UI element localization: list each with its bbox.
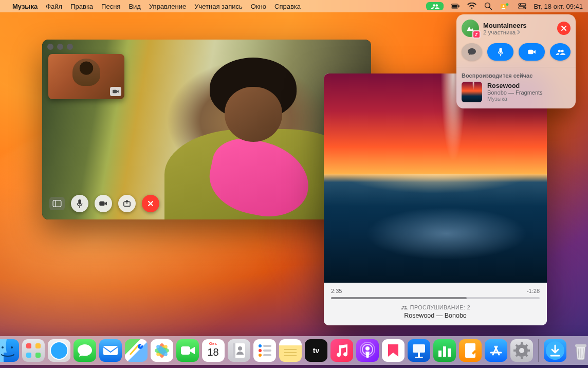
facetime-share-button[interactable] <box>118 195 136 212</box>
traffic-close[interactable] <box>47 44 53 50</box>
svg-line-65 <box>516 345 518 346</box>
dock-notes[interactable] <box>279 339 302 362</box>
dock-photos[interactable] <box>151 339 173 362</box>
svg-point-22 <box>11 346 13 348</box>
battery-icon[interactable] <box>451 2 460 11</box>
chevron-right-icon <box>517 30 520 34</box>
svg-point-41 <box>259 349 262 352</box>
traffic-zoom[interactable] <box>67 44 73 50</box>
svg-rect-1 <box>452 5 457 8</box>
dock-contacts[interactable] <box>228 339 250 362</box>
hud-shareplay-button[interactable] <box>550 43 571 61</box>
now-playing-title: Rosewood <box>487 82 543 89</box>
facetime-self-view[interactable] <box>48 54 124 99</box>
now-playing-item[interactable]: Rosewood Bonobo — Fragments Музыка <box>462 82 571 102</box>
now-playing-track: Rosewood — Bonobo <box>331 312 540 319</box>
facetime-camera-button[interactable] <box>95 195 112 212</box>
window-traffic-lights[interactable] <box>47 44 73 50</box>
svg-rect-24 <box>35 343 41 348</box>
calendar-day: 18 <box>202 346 225 358</box>
menu-view[interactable]: Вид <box>128 3 141 10</box>
svg-point-11 <box>523 7 525 9</box>
menubar: Музыка Файл Правка Песня Вид Управление … <box>0 0 588 12</box>
menu-controls[interactable]: Управление <box>149 3 186 10</box>
menu-window[interactable]: Окно <box>251 3 266 10</box>
facetime-sidebar-toggle[interactable] <box>49 197 65 210</box>
remaining-time: -1:28 <box>527 288 540 294</box>
dock-pages[interactable] <box>459 339 482 362</box>
dock-appstore[interactable] <box>485 339 507 362</box>
wifi-icon[interactable] <box>467 2 476 11</box>
svg-rect-52 <box>413 344 425 353</box>
dock-mail[interactable] <box>99 339 122 362</box>
svg-rect-26 <box>35 353 41 358</box>
dock-downloads[interactable] <box>544 339 566 362</box>
facetime-end-call-button[interactable] <box>142 195 159 212</box>
svg-rect-8 <box>519 4 526 6</box>
hud-leave-button[interactable] <box>557 22 571 35</box>
user-switch-icon[interactable] <box>500 3 510 10</box>
svg-point-38 <box>238 346 242 351</box>
svg-rect-42 <box>263 349 271 352</box>
svg-point-43 <box>259 354 262 357</box>
dock-numbers[interactable] <box>433 339 456 362</box>
dock-launchpad[interactable] <box>22 339 45 362</box>
menu-song[interactable]: Песня <box>101 3 120 10</box>
dock-facetime[interactable] <box>176 339 199 362</box>
hud-messages-button[interactable] <box>462 43 482 61</box>
svg-rect-53 <box>418 353 420 357</box>
now-playing-app: Музыка <box>487 96 543 102</box>
menu-account[interactable]: Учетная запись <box>194 3 243 10</box>
svg-rect-37 <box>233 343 235 358</box>
group-name: Mountaineers <box>483 22 527 29</box>
svg-rect-15 <box>78 199 81 205</box>
svg-line-66 <box>526 355 527 356</box>
dock-trash[interactable] <box>569 339 589 362</box>
dock-messages[interactable] <box>74 339 96 362</box>
svg-point-9 <box>520 4 521 6</box>
svg-rect-19 <box>528 50 533 54</box>
dock-maps[interactable] <box>125 339 148 362</box>
shareplay-status-icon[interactable] <box>426 2 444 10</box>
menu-help[interactable]: Справка <box>274 3 301 10</box>
svg-rect-44 <box>263 354 271 356</box>
hud-mic-button[interactable] <box>487 43 513 61</box>
svg-rect-23 <box>26 343 31 348</box>
dock-keynote[interactable] <box>408 339 430 362</box>
svg-point-21 <box>2 346 4 348</box>
music-badge-icon <box>472 30 481 39</box>
camera-switch-icon[interactable] <box>110 87 121 96</box>
dock-music[interactable] <box>330 339 353 362</box>
svg-line-4 <box>489 7 491 9</box>
traffic-minimize[interactable] <box>57 44 63 50</box>
dock-podcasts[interactable] <box>356 339 379 362</box>
now-playing-subtitle: Bonobo — Fragments <box>487 89 543 96</box>
svg-point-39 <box>259 344 262 347</box>
menubar-clock[interactable]: Вт, 18 окт. 09:41 <box>534 3 583 10</box>
group-avatar <box>462 20 479 37</box>
dock-settings[interactable] <box>510 339 533 362</box>
app-menu[interactable]: Музыка <box>12 3 38 10</box>
menu-edit[interactable]: Правка <box>70 3 93 10</box>
dock-calendar[interactable]: Окт. 18 <box>202 339 225 362</box>
control-center-icon[interactable] <box>518 2 527 11</box>
facetime-mute-button[interactable] <box>71 195 88 212</box>
dock-finder[interactable] <box>0 339 19 362</box>
svg-line-68 <box>516 355 518 356</box>
svg-rect-16 <box>99 201 104 206</box>
dock-tv[interactable]: tv <box>305 339 327 362</box>
dock-news[interactable] <box>382 339 405 362</box>
svg-rect-56 <box>443 346 446 357</box>
spotlight-icon[interactable] <box>484 2 493 11</box>
menu-file[interactable]: Файл <box>46 3 62 10</box>
svg-rect-12 <box>113 90 117 94</box>
participants-link[interactable]: 2 участника <box>483 29 527 35</box>
svg-point-7 <box>506 3 508 6</box>
svg-rect-71 <box>575 344 586 347</box>
playback-scrubber[interactable] <box>331 297 540 299</box>
elapsed-time: 2:35 <box>331 288 342 294</box>
dock-safari[interactable] <box>48 339 70 362</box>
dock-reminders[interactable] <box>253 339 276 362</box>
svg-rect-10 <box>519 7 526 9</box>
hud-camera-button[interactable] <box>519 43 545 61</box>
